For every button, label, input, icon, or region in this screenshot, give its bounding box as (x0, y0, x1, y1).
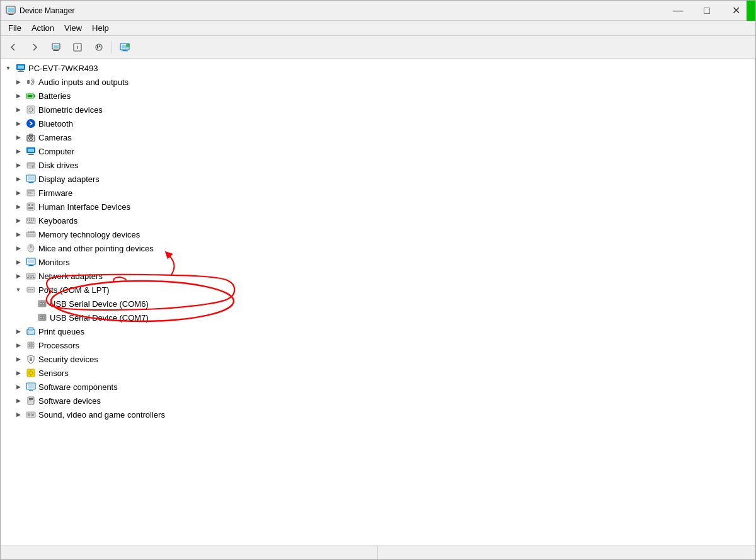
svg-rect-77 (33, 277, 35, 278)
mice-icon (26, 243, 36, 253)
up-button[interactable] (46, 38, 66, 56)
menu-view[interactable]: View (59, 22, 87, 34)
list-item[interactable]: ▶ Batteries (1, 89, 755, 103)
firmware-expand[interactable]: ▶ (13, 188, 23, 198)
mice-label: Mice and other pointing devices (38, 244, 154, 253)
window-controls[interactable]: — □ ✕ (663, 1, 750, 21)
disk-expand[interactable]: ▶ (13, 160, 23, 170)
svg-rect-12 (97, 45, 98, 49)
svg-rect-52 (27, 219, 28, 220)
list-item[interactable]: ▶ Biometric devices (1, 103, 755, 117)
network-expand[interactable]: ▶ (13, 271, 23, 281)
list-item[interactable]: ▶ Security devices (1, 352, 755, 366)
svg-rect-65 (33, 231, 35, 233)
security-expand[interactable]: ▶ (13, 354, 23, 364)
memory-expand[interactable]: ▶ (13, 229, 23, 239)
svg-rect-1 (8, 8, 14, 12)
list-item[interactable]: ▶ USB Serial Device (COM7) (1, 311, 755, 324)
svg-rect-25 (28, 95, 33, 98)
list-item[interactable]: ▶ Keyboards (1, 214, 755, 227)
list-item[interactable]: ▶ Bluetooth (1, 117, 755, 130)
list-item[interactable]: ▶ Processors (1, 338, 755, 352)
batteries-expand[interactable]: ▶ (13, 91, 23, 101)
menu-file[interactable]: File (3, 22, 26, 34)
svg-rect-64 (32, 231, 33, 233)
list-item[interactable]: ▶ Audio inputs and outputs (1, 75, 755, 89)
print-expand[interactable]: ▶ (13, 326, 23, 336)
status-left (1, 546, 378, 559)
softdev-expand[interactable]: ▶ (13, 396, 23, 406)
svg-rect-5 (54, 45, 59, 48)
ports-expand[interactable]: ▼ (13, 285, 23, 295)
svg-rect-50 (28, 207, 33, 209)
svg-rect-40 (28, 176, 34, 180)
softcomp-expand[interactable]: ▶ (13, 382, 23, 392)
list-item[interactable]: ▶ Software devices (1, 394, 755, 408)
audio-expand[interactable]: ▶ (13, 77, 23, 87)
list-item[interactable]: ▶ Cameras (1, 130, 755, 144)
computer-expand[interactable]: ▶ (13, 146, 23, 156)
monitors-icon (26, 257, 36, 267)
list-item[interactable]: ▶ Human Interface Devices (1, 200, 755, 214)
list-item[interactable]: ▶ Display adapters (1, 172, 755, 186)
svg-rect-49 (32, 204, 33, 206)
svg-rect-62 (28, 231, 29, 233)
processors-expand[interactable]: ▶ (13, 340, 23, 350)
svg-point-120 (28, 414, 30, 416)
monitors-expand[interactable]: ▶ (13, 257, 23, 267)
list-item[interactable]: ▶ Disk drives (1, 158, 755, 172)
biometric-expand[interactable]: ▶ (13, 105, 23, 115)
keyboards-expand[interactable]: ▶ (13, 215, 23, 226)
firmware-icon (26, 188, 36, 198)
sound-expand[interactable]: ▶ (13, 409, 23, 420)
list-item[interactable]: ▶ Memory technology devices (1, 227, 755, 241)
list-item[interactable]: ▶ Sound, video and game controllers (1, 408, 755, 421)
properties-button[interactable]: i (67, 38, 88, 56)
svg-point-81 (32, 289, 33, 290)
cameras-expand[interactable]: ▶ (13, 132, 23, 142)
list-item[interactable]: ▶ Firmware (1, 186, 755, 200)
back-button[interactable] (3, 38, 23, 56)
monitors-label: Monitors (38, 258, 70, 267)
bluetooth-expand[interactable]: ▶ (13, 118, 23, 129)
forward-button[interactable] (25, 38, 45, 56)
list-item[interactable]: ▶ Monitors (1, 255, 755, 269)
list-item[interactable]: ▶ Software components (1, 380, 755, 394)
root-label: PC-EVT-7WKR493 (28, 64, 98, 73)
svg-point-17 (126, 43, 130, 47)
keyboards-label: Keyboards (38, 216, 77, 226)
list-item[interactable]: ▶ Print queues (1, 324, 755, 338)
device-tree[interactable]: ▼ PC-EVT-7WKR493 ▶ (1, 59, 755, 546)
hid-expand[interactable]: ▶ (13, 202, 23, 212)
sensors-icon (26, 368, 36, 378)
minimize-button[interactable]: — (663, 1, 692, 21)
tree-root[interactable]: ▼ PC-EVT-7WKR493 (1, 61, 755, 75)
list-item[interactable]: ▶ Sensors (1, 366, 755, 380)
maximize-button[interactable]: □ (692, 1, 721, 21)
network-icon (26, 271, 36, 281)
list-item[interactable]: ▶ Mice and other pointing devices (1, 241, 755, 255)
list-item[interactable]: ▶ Network adapters (1, 269, 755, 283)
list-item[interactable]: ▼ Ports (COM & LPT) (1, 283, 755, 297)
svg-rect-74 (28, 275, 34, 277)
display-expand[interactable]: ▶ (13, 174, 23, 184)
svg-rect-16 (122, 50, 128, 51)
status-right (378, 546, 755, 559)
sensors-expand[interactable]: ▶ (13, 368, 23, 378)
mice-expand[interactable]: ▶ (13, 243, 23, 253)
root-expand[interactable]: ▼ (3, 63, 13, 73)
bluetooth-label: Bluetooth (38, 119, 73, 129)
firmware-label: Firmware (38, 188, 72, 198)
menu-action[interactable]: Action (26, 22, 59, 34)
menu-help[interactable]: Help (87, 22, 114, 34)
svg-rect-121 (31, 413, 32, 416)
monitor-button[interactable] (115, 38, 135, 56)
svg-point-80 (30, 289, 32, 290)
svg-point-104 (30, 357, 32, 359)
svg-rect-59 (33, 220, 34, 222)
list-item[interactable]: ▶ Computer (1, 144, 755, 158)
bluetooth-icon (26, 118, 36, 129)
svg-rect-113 (29, 390, 33, 391)
list-item[interactable]: ▶ USB Serial Device (COM6) (1, 297, 755, 311)
update-button[interactable] (89, 38, 109, 56)
